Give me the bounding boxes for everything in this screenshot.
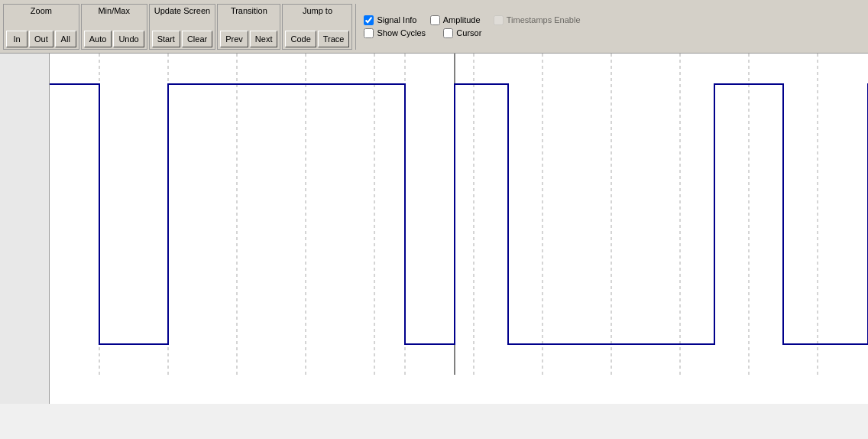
toolbar: Zoom In Out All Min/Max Auto Undo Update… <box>0 0 868 54</box>
code-button[interactable]: Code <box>285 31 316 47</box>
jump-to-label: Jump to <box>303 6 332 15</box>
update-screen-buttons: Start Clear <box>152 31 213 47</box>
prev-button[interactable]: Prev <box>220 31 248 47</box>
trace-button[interactable]: Trace <box>318 31 350 47</box>
separator <box>355 4 356 50</box>
waveform-area[interactable] <box>50 54 868 404</box>
transition-group: Transition Prev Next <box>217 4 280 50</box>
start-button[interactable]: Start <box>152 31 180 47</box>
amplitude-checkbox[interactable] <box>430 15 440 25</box>
waveform-svg <box>50 54 868 404</box>
zoom-label: Zoom <box>31 6 52 15</box>
amplitude-checkbox-label[interactable]: Amplitude <box>443 15 481 24</box>
signal-info-row: Signal Info Amplitude Timestamps Enable <box>364 15 580 25</box>
undo-button[interactable]: Undo <box>113 31 144 47</box>
cursor-checkbox-label[interactable]: Cursor <box>456 28 481 37</box>
auto-button[interactable]: Auto <box>84 31 112 47</box>
show-cycles-checkbox[interactable] <box>364 28 374 38</box>
zoom-all-button[interactable]: All <box>55 31 76 47</box>
minmax-label: Min/Max <box>98 6 130 15</box>
minmax-buttons: Auto Undo <box>84 31 144 47</box>
signal-info-checkbox[interactable] <box>364 15 374 25</box>
minmax-group: Min/Max Auto Undo <box>81 4 147 50</box>
transition-buttons: Prev Next <box>220 31 277 47</box>
checkboxes-area: Signal Info Amplitude Timestamps Enable … <box>359 4 585 50</box>
left-panel <box>0 54 50 404</box>
update-screen-label: Update Screen <box>154 6 210 15</box>
transition-label: Transition <box>231 6 267 15</box>
zoom-in-button[interactable]: In <box>6 31 28 47</box>
main-content <box>0 54 868 439</box>
update-screen-group: Update Screen Start Clear <box>149 4 216 50</box>
timestamps-checkbox[interactable] <box>494 15 504 25</box>
zoom-out-button[interactable]: Out <box>29 31 53 47</box>
next-button[interactable]: Next <box>250 31 278 47</box>
show-cycles-row: Show Cycles Cursor <box>364 28 580 38</box>
timestamps-checkbox-label: Timestamps Enable <box>507 15 581 24</box>
jump-to-buttons: Code Trace <box>285 31 349 47</box>
zoom-buttons: In Out All <box>6 31 76 47</box>
cursor-checkbox[interactable] <box>443 28 453 38</box>
jump-to-group: Jump to Code Trace <box>282 4 352 50</box>
show-cycles-checkbox-label[interactable]: Show Cycles <box>377 28 426 37</box>
signal-info-checkbox-label[interactable]: Signal Info <box>377 15 416 24</box>
zoom-group: Zoom In Out All <box>3 4 79 50</box>
clear-button[interactable]: Clear <box>182 31 212 47</box>
